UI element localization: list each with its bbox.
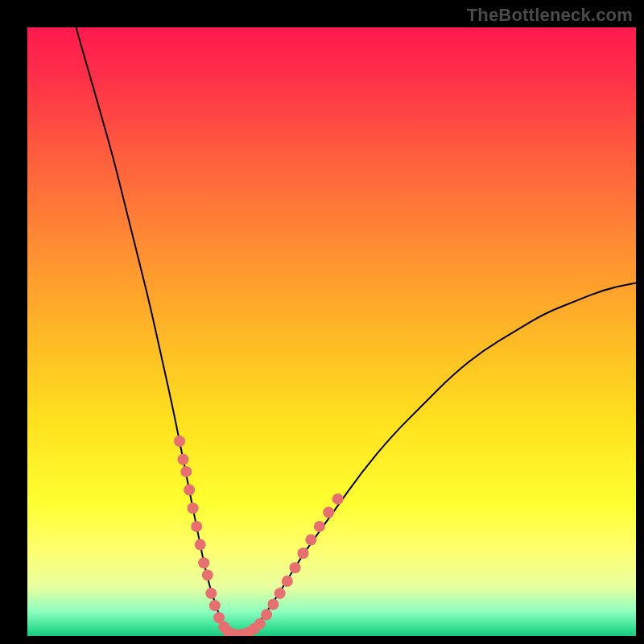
data-point [195,539,206,551]
data-point [254,618,266,630]
data-point [332,493,344,505]
bottleneck-curve [76,27,637,636]
data-point [188,502,199,514]
data-point [261,609,272,621]
data-point [305,535,316,546]
data-point [191,521,202,532]
chart-svg [27,27,636,636]
data-point [178,454,189,465]
data-point [298,547,309,559]
data-markers [174,436,344,636]
data-point [275,588,286,599]
data-point [174,436,185,447]
data-point [323,507,334,518]
data-point [180,466,192,477]
data-point [282,576,293,587]
data-point [205,588,217,599]
chart-frame: TheBottleneck.com [0,0,644,644]
watermark-text: TheBottleneck.com [467,5,633,26]
data-point [202,569,213,580]
plot-area [27,27,636,636]
data-point [290,562,301,573]
data-point [209,600,221,611]
data-point [184,485,195,496]
data-point [267,599,279,610]
data-point [198,557,209,568]
data-point [314,521,325,532]
